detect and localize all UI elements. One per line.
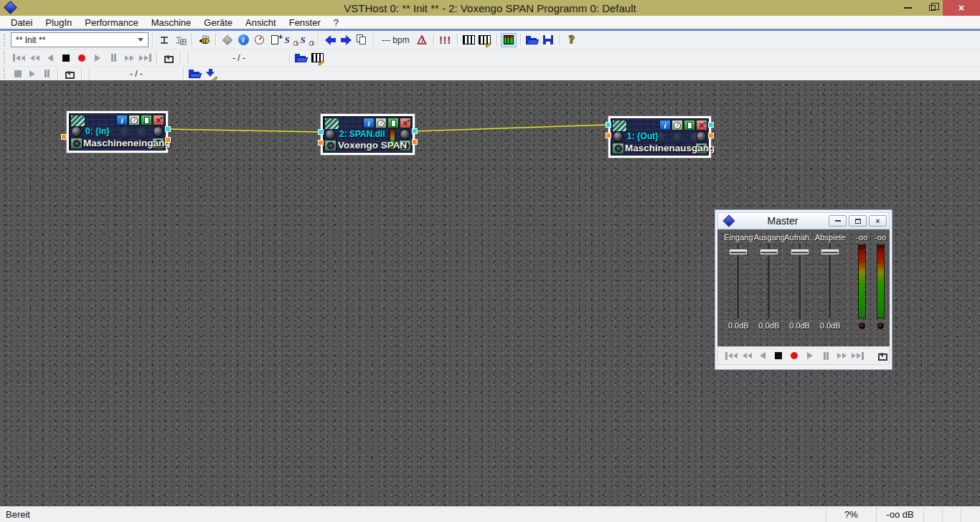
fader-eingang[interactable]: [723, 244, 754, 318]
plugin-program-button[interactable]: +: [267, 33, 283, 47]
menu-performance[interactable]: Performance: [78, 16, 144, 29]
loop-button[interactable]: [62, 67, 77, 81]
play-button[interactable]: [90, 52, 105, 65]
level-meter-toggle-button[interactable]: [501, 33, 517, 47]
plugin-info-button[interactable]: i: [235, 33, 251, 47]
toolbar-gripper[interactable]: [4, 34, 7, 47]
fader-handle[interactable]: [821, 249, 839, 255]
master-maximize-button[interactable]: [849, 215, 867, 227]
bypass-stripe-button[interactable]: [612, 120, 627, 132]
plugin-diamond-button[interactable]: [220, 33, 235, 47]
menu-datei[interactable]: Datei: [4, 16, 39, 29]
fader-handle[interactable]: [760, 249, 778, 255]
gauge-button[interactable]: [128, 115, 140, 125]
menu-plugin[interactable]: PlugIn: [39, 16, 78, 29]
rewind-button[interactable]: [27, 52, 42, 65]
program-button[interactable]: +: [684, 120, 695, 130]
plugin-box-span[interactable]: i + × 2: SPAN.dll Voxengo SPAN: [321, 114, 415, 155]
copy-button[interactable]: [354, 33, 369, 47]
step-back-button[interactable]: [42, 52, 58, 65]
loop-button[interactable]: [875, 348, 890, 363]
clip-reset-label[interactable]: -oo: [871, 233, 890, 242]
keyboard-setup-button[interactable]: [477, 33, 493, 47]
open-midi-button[interactable]: [187, 67, 203, 81]
fader-aufnahme[interactable]: [784, 244, 815, 318]
keyboard-button[interactable]: [461, 33, 477, 47]
bypass-stripe-button[interactable]: [324, 118, 339, 130]
plugin-gauge-button[interactable]: [251, 33, 267, 47]
program-button[interactable]: +: [387, 118, 399, 128]
help-button[interactable]: ?: [564, 33, 580, 47]
fader-handle[interactable]: [791, 249, 809, 255]
menu-geraete[interactable]: Geräte: [197, 16, 239, 29]
wave-setup-button[interactable]: [309, 51, 325, 65]
next-program-button[interactable]: [338, 33, 354, 47]
restore-button[interactable]: [921, 0, 943, 16]
program-clock-button-1[interactable]: S: [283, 33, 298, 47]
skip-start-button[interactable]: [11, 52, 27, 65]
plugin-box-output[interactable]: i + × 1: {Out} Maschinenausgang: [608, 116, 711, 158]
menu-maschine[interactable]: Maschine: [145, 16, 198, 29]
open-performance-button[interactable]: [524, 33, 540, 47]
preset-combobox[interactable]: ** Init **: [11, 32, 149, 47]
midi-pin[interactable]: [606, 133, 611, 138]
panic-button[interactable]: !!!: [438, 33, 453, 47]
program-clock-button-2[interactable]: S: [298, 33, 314, 47]
stop-button[interactable]: [11, 67, 25, 80]
open-wave-button[interactable]: [293, 51, 309, 65]
skip-end-button[interactable]: [850, 349, 864, 362]
audio-pin[interactable]: [165, 126, 171, 132]
play-button[interactable]: [803, 349, 817, 362]
program-button[interactable]: +: [141, 115, 152, 125]
master-close-button[interactable]: ×: [869, 215, 887, 227]
pause-button[interactable]: [819, 349, 833, 362]
loop-button[interactable]: [161, 51, 176, 65]
midi-pin[interactable]: [412, 139, 418, 145]
record-button[interactable]: [787, 349, 801, 362]
metronome-button[interactable]: [414, 33, 430, 47]
prev-program-button[interactable]: [322, 33, 338, 47]
bypass-stripe-button[interactable]: [70, 115, 85, 127]
toolbar-gripper[interactable]: [4, 52, 7, 63]
audio-pin[interactable]: [606, 122, 611, 128]
fast-forward-button[interactable]: [121, 52, 137, 65]
midi-pin[interactable]: [318, 140, 324, 146]
close-button[interactable]: ×: [943, 0, 980, 16]
master-minimize-button[interactable]: [829, 215, 847, 227]
rewind-button[interactable]: [740, 349, 754, 362]
minimize-button[interactable]: [897, 0, 918, 16]
info-button[interactable]: i: [116, 115, 128, 125]
stop-button[interactable]: [58, 52, 74, 65]
menu-help[interactable]: ?: [327, 16, 345, 29]
performance-list-button[interactable]: [172, 33, 188, 47]
performance-new-button[interactable]: [156, 33, 172, 47]
pause-button[interactable]: [39, 67, 54, 80]
save-performance-button[interactable]: [540, 33, 556, 47]
master-window[interactable]: Master × Eingang Ausgang Aufnah... Abspi…: [715, 209, 892, 370]
pause-button[interactable]: [105, 52, 121, 65]
gauge-button[interactable]: [672, 120, 683, 130]
fader-abspielen[interactable]: [815, 244, 846, 318]
info-button[interactable]: i: [363, 118, 374, 128]
play-button[interactable]: [25, 67, 39, 80]
step-back-button[interactable]: [755, 349, 770, 362]
plugin-box-input[interactable]: i + × 0: {In} Maschineneingang: [67, 111, 168, 153]
stop-button[interactable]: [771, 349, 786, 362]
skip-end-button[interactable]: [137, 52, 153, 65]
clip-reset-label[interactable]: -oo: [852, 233, 871, 242]
fader-handle[interactable]: [729, 249, 748, 255]
clip-led[interactable]: [859, 323, 865, 329]
fader-ausgang[interactable]: [754, 244, 785, 318]
midi-pin[interactable]: [61, 134, 67, 140]
engine-setup-button[interactable]: [203, 67, 219, 81]
menu-fenster[interactable]: Fenster: [283, 16, 327, 29]
master-title-bar[interactable]: Master ×: [717, 212, 890, 229]
audio-pin[interactable]: [412, 128, 418, 134]
midi-pin[interactable]: [165, 137, 171, 143]
bee-quick-button[interactable]: [196, 33, 212, 47]
menu-ansicht[interactable]: Ansicht: [239, 16, 283, 29]
gauge-button[interactable]: [375, 118, 387, 128]
info-button[interactable]: i: [659, 120, 671, 130]
audio-pin[interactable]: [708, 122, 714, 128]
skip-start-button[interactable]: [724, 349, 738, 362]
